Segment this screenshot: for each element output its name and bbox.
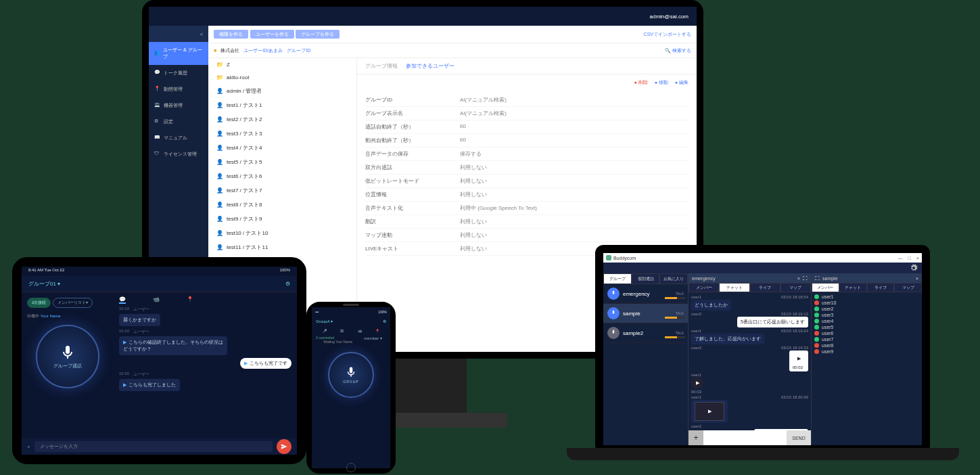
user-email[interactable]: admin@sai.com — [650, 14, 689, 20]
search-link[interactable]: 🔍 検索する — [665, 47, 691, 54]
maximize-button[interactable]: □ — [908, 256, 911, 261]
list-row[interactable]: 👤test10 / テスト10 — [208, 226, 356, 240]
list-row[interactable]: 👤test1 / テスト1 — [208, 98, 356, 112]
attach-button[interactable]: + — [689, 430, 703, 445]
tab-members[interactable]: 参加できるユーザー — [406, 62, 454, 70]
sidebar-item[interactable]: ⚙設定 — [149, 114, 208, 130]
sidebar-item[interactable]: 📖マニュアル — [149, 130, 208, 146]
user-row[interactable]: user3 — [814, 312, 919, 318]
list-row[interactable]: 👤test5 / テスト5 — [208, 155, 356, 169]
list-row[interactable]: 👤test4 / テスト4 — [208, 141, 356, 155]
location-tab[interactable]: 📍 — [375, 329, 379, 333]
list-row[interactable]: 👤test9 / テスト9 — [208, 212, 356, 226]
maximize-icon[interactable]: ⛶ — [803, 276, 808, 281]
toolbar-button[interactable]: グループを作る — [296, 30, 340, 39]
breadcrumb-item[interactable]: ユーザーID/あまみ — [243, 47, 283, 54]
user-row[interactable]: user1 — [814, 294, 919, 300]
video-tab[interactable]: 📹 — [358, 329, 362, 333]
list-row[interactable]: 👤test7 / テスト7 — [208, 183, 356, 198]
detail-row: 低ビットレートモード利用しない — [365, 175, 689, 188]
list-row[interactable]: 👤test11 / テスト11 — [208, 240, 356, 254]
list-row[interactable]: 👤admin / 管理者 — [208, 84, 356, 98]
settings-icon[interactable]: ⚙ — [383, 319, 386, 323]
list-row[interactable]: 👤test8 / テスト8 — [208, 198, 356, 212]
minimize-button[interactable]: — — [898, 256, 903, 261]
tab-chat-icon[interactable]: 💬 — [119, 296, 126, 304]
mic-tab[interactable]: 🎤 — [323, 329, 327, 333]
user-row[interactable]: user4 — [814, 318, 919, 324]
pill-connected[interactable]: 2次接続 — [27, 298, 51, 308]
close-icon[interactable]: × — [797, 276, 800, 281]
tab-live[interactable]: ライブ — [867, 283, 895, 292]
list-row[interactable]: 👤test3 / テスト3 — [208, 127, 356, 141]
pill-member-list[interactable]: メンバーリスト▾ — [53, 298, 93, 308]
detail-row: 位置情報利用しない — [365, 188, 689, 202]
gear-icon[interactable] — [910, 264, 918, 272]
tab-video-icon[interactable]: 📹 — [153, 296, 160, 304]
tab-groups[interactable]: グループ — [603, 273, 632, 284]
list-row[interactable]: 👤test2 / テスト2 — [208, 112, 356, 127]
send-button[interactable]: SEND — [787, 430, 811, 445]
user-row[interactable]: user2 — [814, 306, 919, 312]
list-row[interactable]: 📁aldio-root — [208, 71, 356, 84]
toolbar-button[interactable]: 権限を作る — [214, 30, 248, 39]
send-button[interactable] — [277, 439, 291, 454]
tab-direct[interactable]: 個別通話 — [632, 273, 660, 284]
group-call-button[interactable]: GROUP — [328, 352, 374, 398]
tab-map-icon[interactable]: 📍 — [187, 296, 193, 304]
tablet-messages[interactable]: 10:10ユーザー届くかまですか10:20ユーザー▶こちらの確認終了しました。そ… — [119, 307, 291, 391]
phone-home-button[interactable] — [346, 463, 356, 472]
tab-members[interactable]: メンバー — [812, 283, 839, 292]
csv-import-link[interactable]: CSVでインポートする — [644, 31, 691, 38]
tab-chat[interactable]: チャット — [719, 283, 749, 292]
user-row[interactable]: user10 — [814, 300, 919, 306]
sidebar-collapse-button[interactable]: < — [149, 26, 208, 42]
member-dropdown[interactable]: member ▾ — [364, 336, 382, 340]
tab-live[interactable]: ライブ — [750, 283, 780, 292]
phone-status-bar: ••• 100% — [312, 310, 390, 315]
tab-chat[interactable]: チャット — [839, 283, 867, 292]
user-row[interactable]: user8 — [814, 342, 919, 348]
user-row[interactable]: user5 — [814, 324, 919, 330]
tab-favorites[interactable]: お気に入り — [659, 273, 688, 284]
message-input[interactable]: メッセージを入力 — [34, 441, 273, 452]
chat-input[interactable] — [703, 430, 787, 445]
settings-icon[interactable]: ⚙ — [285, 281, 290, 287]
tab-members[interactable]: メンバー — [689, 283, 719, 292]
tab-group-info[interactable]: グループ情報 — [365, 62, 398, 70]
tablet-device: 8:41 AM Tue Oct 22 100% グループ01 ▾ ⚙ 2次接続 … — [12, 257, 306, 464]
detail-row: 通話自動終了（秒）60 — [365, 120, 689, 134]
group-item[interactable]: emergency TALK — [603, 284, 688, 304]
user-row[interactable]: user9 — [814, 348, 919, 355]
list-row[interactable]: 📁Z — [208, 58, 356, 71]
group-call-button[interactable]: グループ通話 — [36, 325, 99, 388]
close-icon[interactable]: × — [916, 276, 918, 281]
maximize-icon[interactable]: ⛶ — [815, 276, 820, 281]
toolbar-button[interactable]: ユーザーを作る — [250, 30, 294, 39]
image-tab[interactable]: 🖼 — [340, 329, 344, 333]
user-list[interactable]: user1user10user2user3user4user5user6user… — [812, 292, 922, 356]
chat-panel: emergency × ⛶ メンバー チャット ライブ マップ user103/… — [689, 273, 812, 445]
add-button[interactable]: + — [27, 444, 30, 450]
breadcrumb-folder[interactable]: 株式会社 — [220, 47, 239, 54]
chat-messages[interactable]: user103/15 18:18:54どうしましたかuser203/15 18:… — [689, 292, 811, 430]
breadcrumb-item[interactable]: グループID — [287, 47, 310, 54]
sidebar-item[interactable]: 💻機器管理 — [149, 97, 208, 114]
group-selector[interactable]: グループ01 ▾ — [28, 280, 60, 288]
group-item[interactable]: sample TALK — [603, 304, 688, 323]
user-row[interactable]: user6 — [814, 330, 919, 336]
tab-map[interactable]: マップ — [894, 283, 922, 292]
sidebar-item[interactable]: 💬トーク履歴 — [149, 65, 208, 81]
sidebar-item[interactable]: 👥ユーザー & グループ — [149, 42, 208, 65]
action-移動[interactable]: ● 移動 — [655, 79, 668, 86]
user-row[interactable]: user7 — [814, 336, 919, 342]
close-button[interactable]: × — [916, 256, 919, 261]
group-selector[interactable]: GroupA ▾ — [316, 319, 333, 323]
group-item[interactable]: sample2 TALK — [603, 323, 688, 343]
sidebar-item[interactable]: 📍動態管理 — [149, 81, 208, 97]
sidebar-item[interactable]: 🛡ライセンス管理 — [149, 146, 208, 162]
action-削除[interactable]: ● 削除 — [634, 79, 647, 86]
action-編集[interactable]: ● 編集 — [675, 79, 689, 86]
list-row[interactable]: 👤test6 / テスト6 — [208, 169, 356, 183]
tab-map[interactable]: マップ — [780, 283, 811, 292]
